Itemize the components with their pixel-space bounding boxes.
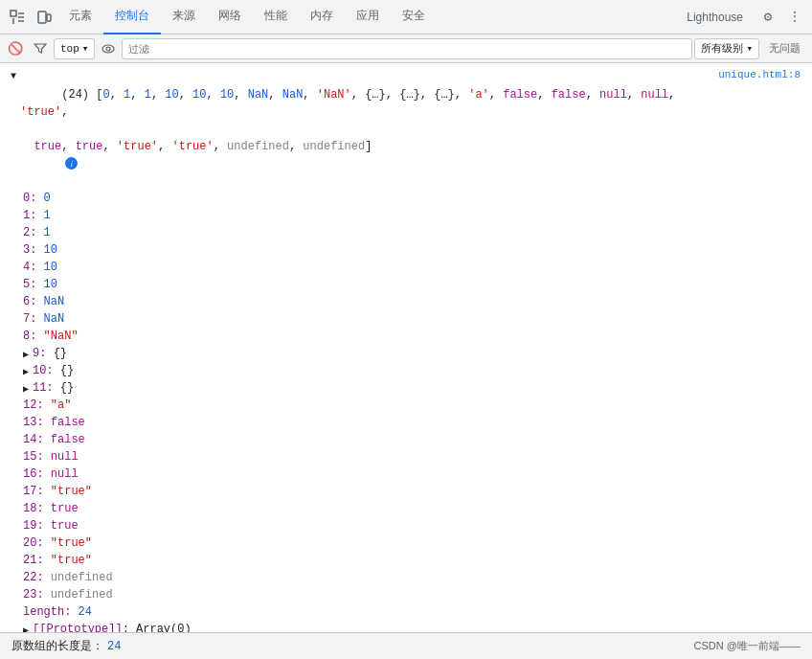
tab-security[interactable]: 安全 [391, 0, 437, 34]
tab-memory[interactable]: 内存 [299, 0, 345, 34]
no-issues-badge: 无问题 [761, 41, 808, 56]
eye-icon[interactable] [97, 37, 120, 60]
filter-input[interactable] [122, 38, 692, 59]
console-toolbar: 🚫 top 所有级别 无问题 [0, 34, 812, 63]
list-item: 22: undefined [0, 571, 812, 588]
clear-console-icon[interactable]: 🚫 [4, 37, 27, 60]
list-item: 6: NaN [0, 295, 812, 312]
obj-expand-10[interactable]: ▶ [23, 366, 29, 377]
list-item: 16: null [0, 467, 812, 485]
more-icon[interactable]: ⋮ [781, 4, 808, 31]
list-item: 15: null [0, 450, 812, 467]
list-item: 3: 10 [0, 243, 812, 261]
prototype-expand[interactable]: ▶ [23, 625, 29, 632]
level-chevron-icon [746, 42, 753, 55]
top-nav: 元素 控制台 来源 网络 性能 内存 应用 安全 Lighthouse ⚙ ⋮ [0, 0, 812, 34]
list-item: 0: 0 [0, 192, 812, 209]
tab-application[interactable]: 应用 [345, 0, 391, 34]
svg-rect-0 [11, 11, 16, 16]
tab-performance[interactable]: 性能 [253, 0, 299, 34]
list-item: ▶ 10: {} [0, 364, 812, 381]
list-item: 12: "a" [0, 398, 812, 416]
list-item: 19: true [0, 519, 812, 536]
list-item: 20: "true" [0, 536, 812, 554]
list-item: ▶ 11: {} [0, 381, 812, 398]
svg-point-3 [102, 45, 114, 53]
status-text: 原数组的长度是： [11, 638, 103, 654]
filter-icon[interactable] [29, 37, 52, 60]
svg-rect-1 [38, 11, 46, 23]
length-entry: length: 24 [0, 605, 812, 623]
list-item: 7: NaN [0, 312, 812, 330]
list-item: 21: "true" [0, 554, 812, 571]
level-dropdown[interactable]: 所有级别 [694, 38, 759, 59]
lighthouse-label: Lighthouse [675, 11, 755, 24]
tab-console[interactable]: 控制台 [103, 0, 161, 34]
list-item: 23: undefined [0, 588, 812, 605]
obj-expand-9[interactable]: ▶ [23, 349, 29, 360]
info-icon[interactable]: i [65, 157, 78, 170]
status-bar: 原数组的长度是： 24 CSDN @唯一前端—— [0, 632, 812, 659]
list-item: 8: "NaN" [0, 330, 812, 347]
list-item: 5: 10 [0, 278, 812, 295]
list-item: 2: 1 [0, 226, 812, 243]
settings-icon[interactable]: ⚙ [755, 4, 781, 31]
context-dropdown[interactable]: top [54, 38, 95, 59]
nav-inspect-icon[interactable] [4, 4, 31, 31]
nav-device-icon[interactable] [31, 4, 57, 31]
tab-network[interactable]: 网络 [207, 0, 253, 34]
array-header: ▼ (24) [0, 1, 1, 10, 10, 10, NaN, NaN, '… [0, 67, 812, 192]
list-item: 4: 10 [0, 261, 812, 278]
list-item: 18: true [0, 502, 812, 519]
console-output: ▼ (24) [0, 1, 1, 10, 10, 10, NaN, NaN, '… [0, 63, 812, 632]
list-item: ▶ 9: {} [0, 347, 812, 364]
svg-rect-2 [47, 14, 51, 21]
tab-sources[interactable]: 来源 [161, 0, 207, 34]
list-item: 13: false [0, 416, 812, 433]
status-right: CSDN @唯一前端—— [694, 639, 801, 653]
tab-elements[interactable]: 元素 [57, 0, 103, 34]
list-item: 14: false [0, 433, 812, 450]
status-value: 24 [107, 640, 121, 653]
list-item: 17: "true" [0, 485, 812, 502]
obj-expand-11[interactable]: ▶ [23, 383, 29, 395]
array-expand-arrow[interactable]: ▼ [11, 71, 16, 81]
svg-point-4 [106, 47, 110, 51]
context-chevron-icon [82, 42, 89, 55]
prototype-entry: ▶ [[Prototype]]: Array(0) [0, 623, 812, 632]
source-link[interactable]: unique.html:8 [718, 69, 804, 80]
list-item: 1: 1 [0, 209, 812, 226]
